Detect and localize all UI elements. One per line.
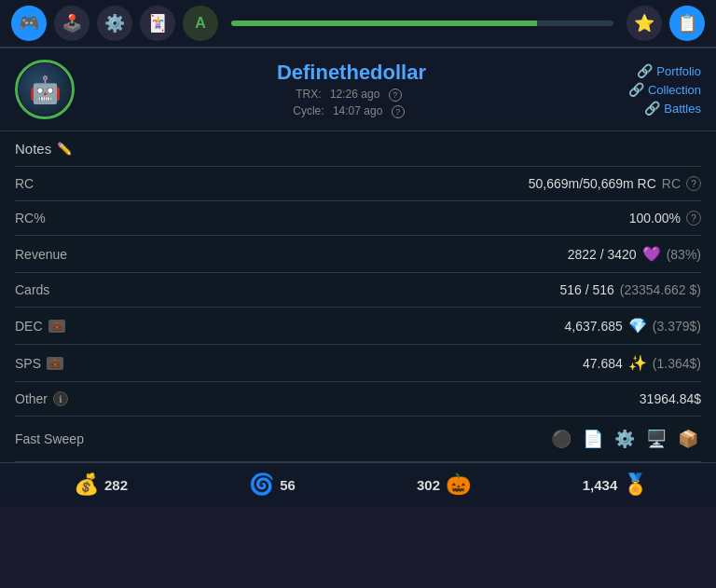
portfolio-link[interactable]: 🔗 Portfolio [637,63,701,78]
pumpkin-icon: 🎃 [446,472,471,497]
battles-link[interactable]: 🔗 Battles [644,101,701,116]
book-icon[interactable]: 📋 [669,6,705,41]
rc-pct-value: 100.00% ? [629,211,701,226]
sps-label: SPS 💼 [15,356,90,371]
username: Definethedollar [90,61,613,85]
profile-icon[interactable]: A [183,6,218,41]
collection-link[interactable]: 🔗 Collection [628,82,701,97]
rc-value: 50,669m/50,669m RC RC ? [529,176,701,191]
dec-row: DEC 💼 4,637.685 💎 (3.379$) [15,308,701,345]
medal-value: 1,434 [583,477,618,493]
sweep-icon-5[interactable]: 📦 [675,426,701,452]
notes-label: Notes [15,141,51,157]
revenue-label: Revenue [15,247,90,262]
cycle-icon: 🌀 [249,472,274,497]
revenue-value: 2822 / 3420 💜 (83%) [568,245,701,263]
rc-unit: RC [662,176,681,191]
sps-value: 47.684 ✨ (1.364$) [583,354,701,372]
cards-value: 516 / 516 (23354.662 $) [559,282,701,297]
gold-icon: 💰 [74,472,99,497]
rc-pct-label: RC% [15,211,90,226]
cycle-stat: 🌀 56 [186,472,358,497]
profile-info: Definethedollar TRX: 12:26 ago ? Cycle: … [90,61,613,118]
nav-right-icons: ⭐ 📋 [626,6,705,41]
gold-value: 282 [104,477,128,493]
cards-row: Cards 516 / 516 (23354.662 $) [15,273,701,308]
battles-icon: 🔗 [644,101,660,116]
other-value: 31964.84$ [640,391,701,406]
other-info-icon[interactable]: ℹ [53,391,68,406]
rc-row: RC 50,669m/50,669m RC RC ? [15,167,701,201]
sweep-icon-2[interactable]: 📄 [580,426,606,452]
revenue-row: Revenue 2822 / 3420 💜 (83%) [15,236,701,273]
sweep-icon-3[interactable]: ⚙️ [612,426,638,452]
other-label: Other ℹ [15,391,90,406]
edit-icon[interactable]: ✏️ [57,142,72,156]
sweep-icon-4[interactable]: 🖥️ [643,426,669,452]
pumpkin-stat: 302 🎃 [358,472,530,497]
rc-pct-help-icon[interactable]: ? [686,211,701,226]
profile-links: 🔗 Portfolio 🔗 Collection 🔗 Battles [628,63,701,116]
dec-value: 4,637.685 💎 (3.379$) [565,317,701,335]
rc-help-icon[interactable]: ? [686,176,701,191]
collection-icon: 🔗 [628,82,644,97]
dec-gem-icon: 💎 [628,317,647,335]
medal-icon: 🏅 [623,472,648,497]
rc-pct-row: RC% 100.00% ? [15,201,701,236]
game-icon[interactable]: 🎮 [11,6,47,41]
gold-stat: 💰 282 [15,472,186,497]
fast-sweep-row: Fast Sweep ⚫ 📄 ⚙️ 🖥️ 📦 [15,417,701,462]
avatar-image: 🤖 [19,63,71,116]
trx-time: TRX: 12:26 ago ? [90,88,613,102]
notes-row: Notes ✏️ [15,131,701,167]
bottom-stats-bar: 💰 282 🌀 56 302 🎃 1,434 🏅 [0,462,716,506]
dec-label: DEC 💼 [15,319,90,334]
cards-icon[interactable]: 🃏 [140,6,175,41]
top-navigation: 🎮 🕹️ ⚙️ 🃏 A ⭐ 📋 [0,0,716,48]
fast-sweep-label: Fast Sweep [15,431,90,446]
medal-stat: 1,434 🏅 [530,472,701,497]
star-icon[interactable]: ⭐ [626,6,662,41]
fast-sweep-icons: ⚫ 📄 ⚙️ 🖥️ 📦 [548,426,701,452]
dec-wallet-icon[interactable]: 💼 [48,320,65,333]
pumpkin-value: 302 [417,477,440,493]
rc-label: RC [15,176,90,191]
profile-area: 🤖 Definethedollar TRX: 12:26 ago ? Cycle… [0,48,716,131]
cycle-help-icon[interactable]: ? [392,105,405,118]
revenue-icon: 💜 [642,245,661,263]
cards-label: Cards [15,282,90,297]
progress-bar [231,21,613,26]
cycle-time: Cycle: 14:07 ago ? [90,104,613,118]
other-row: Other ℹ 31964.84$ [15,382,701,417]
controller-icon[interactable]: 🕹️ [54,6,90,41]
sps-wallet-icon[interactable]: 💼 [47,357,63,370]
sps-row: SPS 💼 47.684 ✨ (1.364$) [15,345,701,382]
main-content: Notes ✏️ RC 50,669m/50,669m RC RC ? RC% … [0,131,716,462]
settings-icon[interactable]: ⚙️ [97,6,132,41]
portfolio-icon: 🔗 [637,63,653,78]
cycle-value: 56 [280,477,296,493]
avatar: 🤖 [15,60,75,119]
sps-star-icon: ✨ [628,354,647,372]
sweep-icon-1[interactable]: ⚫ [548,426,574,452]
trx-help-icon[interactable]: ? [389,89,402,102]
